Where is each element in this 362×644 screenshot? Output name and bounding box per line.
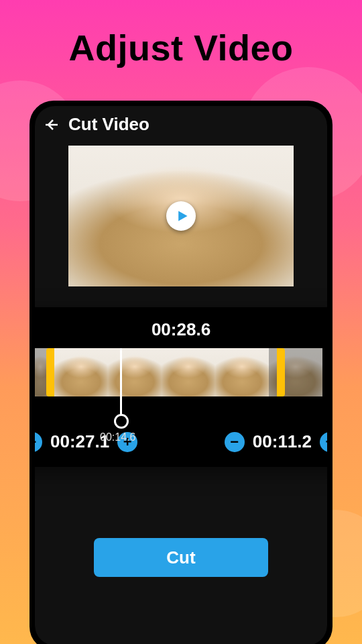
total-seconds: 28.6 [176, 319, 210, 339]
end-seconds: 11.2 [278, 431, 312, 451]
trim-handle-end[interactable] [277, 348, 285, 396]
timeline[interactable]: 00:14.6 [35, 348, 327, 396]
cut-button[interactable]: Cut [94, 538, 268, 577]
end-minutes: 00 [253, 431, 272, 451]
app-screen: Cut Video 00:28.6 [35, 106, 327, 644]
trim-total-duration: 00:28.6 [35, 319, 327, 340]
timeline-thumb [108, 348, 162, 396]
total-minutes: 00 [152, 319, 171, 339]
start-minutes: 00 [50, 431, 70, 451]
timeline-thumb [215, 348, 269, 396]
trim-handle-start[interactable] [46, 348, 54, 396]
back-arrow-icon[interactable] [42, 115, 62, 135]
play-icon [176, 209, 189, 223]
trim-end-group: − 00:11.2 + [225, 431, 327, 452]
phone-frame: Cut Video 00:28.6 [29, 101, 333, 644]
promo-background: Adjust Video Cut Video 00:28.6 [0, 0, 362, 644]
plus-icon: + [326, 435, 327, 449]
app-bar-title: Cut Video [68, 114, 149, 135]
trim-end-increment-button[interactable]: + [320, 432, 327, 452]
play-button[interactable] [166, 201, 196, 231]
playhead[interactable] [120, 348, 122, 423]
trim-end-decrement-button[interactable]: − [225, 432, 245, 452]
trim-start-decrement-button[interactable]: − [35, 432, 42, 452]
trim-end-time: 00:11.2 [253, 431, 312, 452]
start-sep: : [70, 431, 76, 451]
video-preview[interactable] [68, 146, 294, 286]
trim-panel: 00:28.6 00:14.6 [35, 307, 327, 467]
minus-icon: − [35, 435, 36, 449]
trim-controls: − 00:27.1 + − 00:11.2 + [35, 431, 327, 452]
timeline-thumb [54, 348, 108, 396]
minus-icon: − [230, 435, 239, 449]
timeline-thumb [162, 348, 215, 396]
playhead-time-label: 00:14.6 [100, 431, 135, 443]
promo-title: Adjust Video [0, 27, 362, 68]
app-bar: Cut Video [35, 106, 327, 143]
